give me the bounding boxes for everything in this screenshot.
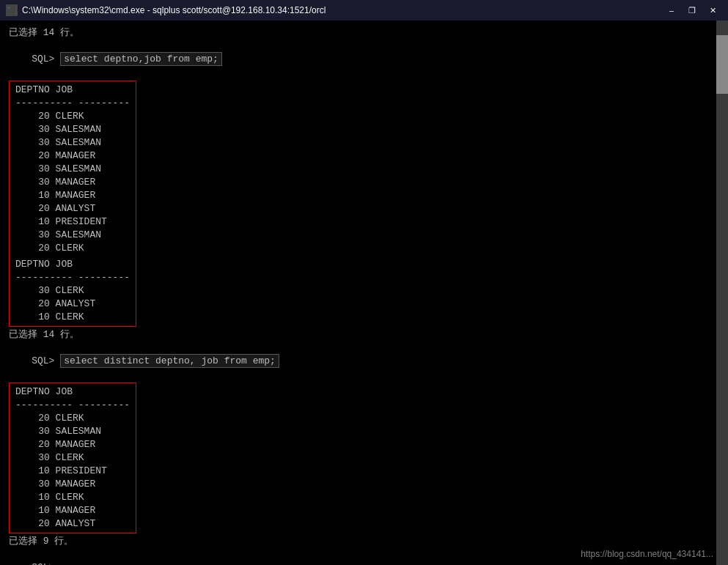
watermark: https://blog.csdn.net/qq_434141... (581, 549, 713, 559)
app-icon: ⬛ (6, 4, 18, 16)
table-row: 30 CLERK (15, 451, 130, 465)
separator-1b: ---------- --------- (15, 271, 130, 284)
col-header-2: DEPTNO JOB (15, 385, 130, 399)
selected-rows-label-2: 已选择 14 行。 (9, 328, 719, 341)
table-row: 30 MANAGER (15, 478, 130, 491)
table-row: 30 SALESMAN (15, 163, 130, 176)
title-bar-left: ⬛ C:\Windows\system32\cmd.exe - sqlplus … (6, 4, 326, 16)
result-table-1: DEPTNO JOB ---------- --------- 20 CLERK… (9, 81, 136, 327)
table-row: 10 PRESIDENT (15, 465, 130, 478)
scrollbar[interactable] (716, 21, 728, 565)
table-row: 30 SALESMAN (15, 136, 130, 149)
table-row: 30 SALESMAN (15, 425, 130, 438)
col-header-1: DEPTNO JOB (15, 84, 130, 97)
separator-2: ---------- --------- (15, 399, 130, 412)
table-row: 10 MANAGER (15, 189, 130, 202)
table-row: 20 CLERK (15, 110, 130, 123)
table-row: 20 MANAGER (15, 149, 130, 163)
prompt-3: SQL> (32, 562, 60, 565)
table-row: 30 SALESMAN (15, 229, 130, 242)
table-row: 20 CLERK (15, 242, 130, 255)
table-row: 10 CLERK (15, 311, 130, 324)
table2-rows: 20 CLERK 30 SALESMAN 20 MANAGER 30 CLERK… (15, 412, 130, 531)
separator-1: ---------- --------- (15, 97, 130, 110)
table-row: 20 ANALYST (15, 202, 130, 215)
sql-prompt-line-1: SQL> select deptno,job from emp; (9, 40, 719, 79)
window-title: C:\Windows\system32\cmd.exe - sqlplus sc… (22, 5, 326, 15)
title-bar: ⬛ C:\Windows\system32\cmd.exe - sqlplus … (0, 0, 728, 21)
table-row: 10 PRESIDENT (15, 215, 130, 229)
close-button[interactable]: ✕ (703, 3, 722, 18)
table-row: 20 ANALYST (15, 298, 130, 311)
sql-prompt-line-2: SQL> select distinct deptno, job from em… (9, 341, 719, 381)
table1-rows: 20 CLERK 30 SALESMAN 30 SALESMAN 20 MANA… (15, 110, 130, 255)
sql-command-1: select deptno,job from emp; (60, 52, 222, 66)
table-row: 30 SALESMAN (15, 123, 130, 136)
table-row: 30 CLERK (15, 284, 130, 298)
col-header-1b: DEPTNO JOB (15, 258, 130, 271)
selected-rows-label-1: 已选择 14 行。 (9, 26, 719, 40)
table1b-rows: 30 CLERK 20 ANALYST 10 CLERK (15, 284, 130, 324)
minimize-button[interactable]: – (662, 3, 681, 18)
window-controls[interactable]: – ❐ ✕ (662, 3, 722, 18)
prompt-1: SQL> (32, 53, 60, 64)
selected-rows-label-3: 已选择 9 行。 (9, 535, 719, 548)
table-row: 20 ANALYST (15, 517, 130, 531)
restore-button[interactable]: ❐ (683, 3, 702, 18)
table-row: 20 MANAGER (15, 438, 130, 451)
result-table-2: DEPTNO JOB ---------- --------- 20 CLERK… (9, 383, 136, 533)
scrollbar-thumb[interactable] (716, 35, 728, 94)
table-row: 20 CLERK (15, 412, 130, 425)
table-row: 10 MANAGER (15, 504, 130, 517)
sql-command-2: select distinct deptno, job from emp; (60, 354, 279, 368)
table-row: 10 CLERK (15, 491, 130, 504)
table-row: 30 MANAGER (15, 176, 130, 189)
terminal-window: 已选择 14 行。 SQL> select deptno,job from em… (0, 21, 728, 565)
prompt-2: SQL> (32, 355, 60, 366)
